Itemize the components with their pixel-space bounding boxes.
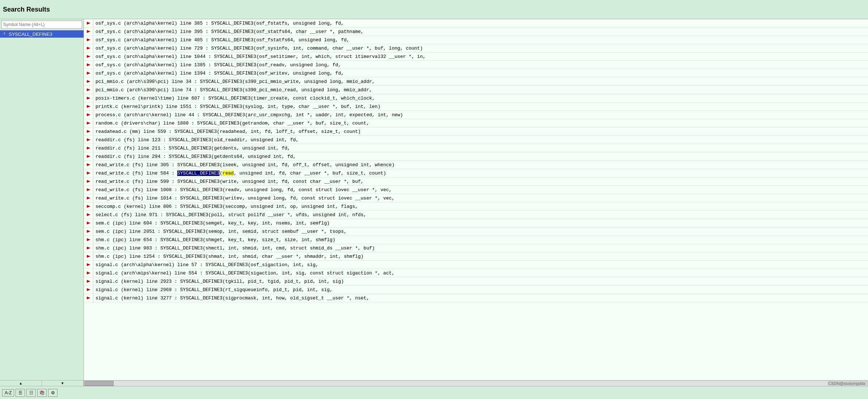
table-row[interactable]: signal.c (kernel) line 2923 : SYSCALL_DE… [84, 277, 868, 286]
result-text: pci_mmio.c (arch\s390\pci) line 34 : SYS… [93, 79, 377, 85]
result-arrow-icon [84, 45, 93, 52]
table-row[interactable]: read_write.c (fs) line 1008 : SYSCALL_DE… [84, 186, 868, 194]
svg-marker-26 [87, 238, 90, 241]
result-arrow-icon [84, 178, 93, 185]
svg-marker-4 [87, 55, 90, 58]
symbol-icon: ? [1, 31, 7, 37]
table-row[interactable]: readahead.c (mm) line 559 : SYSCALL_DEFI… [84, 127, 868, 136]
search-input-container [0, 19, 84, 30]
table-row[interactable]: read_write.c (fs) line 599 : SYSCALL_DEF… [84, 177, 868, 186]
svg-marker-27 [87, 247, 90, 249]
result-arrow-icon [84, 86, 93, 93]
svg-marker-17 [87, 163, 90, 166]
result-text: shm.c (ipc) line 654 : SYSCALL_DEFINE3(s… [93, 237, 337, 243]
result-text: posix-timers.c (kernel\time) line 607 : … [93, 95, 377, 101]
sidebar-results-list: ? SYSCALL_DEFINE3 [0, 30, 84, 380]
table-row[interactable]: read_write.c (fs) line 1014 : SYSCALL_DE… [84, 194, 868, 202]
table-row[interactable]: osf_sys.c (arch\alpha\kernel) line 729 :… [84, 44, 868, 52]
scroll-up-button[interactable]: ▲ [0, 381, 42, 386]
table-row[interactable]: signal.c (kernel) line 2969 : SYSCALL_DE… [84, 286, 868, 294]
az-sort-button[interactable]: A-Z [2, 389, 14, 396]
table-row[interactable]: printk.c (kernel\printk) line 1551 : SYS… [84, 102, 868, 111]
search-results-header: Search Results [0, 0, 868, 19]
result-text: sem.c (ipc) line 604 : SYSCALL_DEFINE3(s… [93, 220, 332, 226]
svg-marker-29 [87, 263, 90, 266]
svg-marker-13 [87, 130, 90, 133]
table-row[interactable]: signal.c (arch\alpha\kernel) line 57 : S… [84, 261, 868, 269]
book-icon: 📚 [39, 390, 45, 395]
svg-marker-31 [87, 280, 90, 283]
horizontal-scrollbar[interactable]: CSDN@studyingdda [84, 380, 868, 386]
result-text: readahead.c (mm) line 559 : SYSCALL_DEFI… [93, 129, 363, 135]
table-row[interactable]: select.c (fs) line 971 : SYSCALL_DEFINE3… [84, 211, 868, 219]
table-row[interactable]: sem.c (ipc) line 2051 : SYSCALL_DEFINE3(… [84, 227, 868, 236]
table-row[interactable]: random.c (drivers\char) line 1880 : SYSC… [84, 119, 868, 127]
svg-marker-21 [87, 197, 90, 200]
table-row[interactable]: sem.c (ipc) line 604 : SYSCALL_DEFINE3(s… [84, 219, 868, 227]
table-row[interactable]: shm.c (ipc) line 983 : SYSCALL_DEFINE3(s… [84, 244, 868, 252]
table-row[interactable]: osf_sys.c (arch\alpha\kernel) line 1394 … [84, 69, 868, 77]
svg-marker-5 [87, 63, 90, 66]
table-row[interactable]: readdir.c (fs) line 123 : SYSCALL_DEFINE… [84, 136, 868, 144]
result-text: osf_sys.c (arch\alpha\kernel) line 1385 … [93, 62, 343, 68]
table-row[interactable]: seccomp.c (kernel) line 806 : SYSCALL_DE… [84, 202, 868, 211]
table-row[interactable]: osf_sys.c (arch\alpha\kernel) line 405 :… [84, 36, 868, 44]
toolbar-icon-btn-1[interactable]: ☰ [16, 389, 25, 397]
result-arrow-icon [84, 253, 93, 260]
table-row[interactable]: osf_sys.c (arch\alpha\kernel) line 1385 … [84, 61, 868, 69]
result-arrow-icon [84, 244, 93, 252]
table-row[interactable]: read_write.c (fs) line 584 : SYSCALL_DEF… [84, 169, 868, 177]
result-text: shm.c (ipc) line 1254 : SYSCALL_DEFINE3(… [93, 253, 366, 260]
sidebar: ? SYSCALL_DEFINE3 ▲ ▼ [0, 19, 84, 386]
svg-marker-3 [87, 47, 90, 50]
sidebar-item-syscall-define3[interactable]: ? SYSCALL_DEFINE3 [0, 30, 84, 38]
table-row[interactable]: osf_sys.c (arch\alpha\kernel) line 385 :… [84, 19, 868, 28]
result-arrow-icon [84, 194, 93, 202]
result-text: read_write.c (fs) line 1014 : SYSCALL_DE… [93, 195, 397, 201]
result-arrow-icon [84, 136, 93, 143]
result-text: read_write.c (fs) line 305 : SYSCALL_DEF… [93, 162, 397, 168]
svg-marker-28 [87, 255, 90, 258]
table-row[interactable]: posix-timers.c (kernel\time) line 607 : … [84, 94, 868, 102]
svg-marker-22 [87, 205, 90, 208]
table-row[interactable]: osf_sys.c (arch\alpha\kernel) line 1044 … [84, 52, 868, 61]
search-input[interactable] [1, 21, 82, 29]
svg-marker-32 [87, 288, 90, 291]
svg-marker-18 [87, 172, 90, 175]
result-arrow-icon [84, 78, 93, 85]
result-arrow-icon [84, 70, 93, 77]
table-row[interactable]: readdir.c (fs) line 294 : SYSCALL_DEFINE… [84, 152, 868, 161]
table-row[interactable]: signal.c (arch\mips\kernel) line 554 : S… [84, 269, 868, 277]
svg-marker-11 [87, 113, 90, 116]
table-row[interactable]: shm.c (ipc) line 654 : SYSCALL_DEFINE3(s… [84, 236, 868, 244]
result-arrow-icon [84, 119, 93, 127]
watermark: CSDN@studyingdda [828, 381, 868, 386]
table-row[interactable]: osf_sys.c (arch\alpha\kernel) line 395 :… [84, 28, 868, 36]
toolbar-icon-btn-3[interactable]: 📚 [37, 389, 47, 397]
table-row[interactable]: pci_mmio.c (arch\s390\pci) line 74 : SYS… [84, 86, 868, 94]
scrollbar-track[interactable] [85, 381, 827, 386]
table-row[interactable]: shm.c (ipc) line 1254 : SYSCALL_DEFINE3(… [84, 252, 868, 261]
scroll-down-button[interactable]: ▼ [42, 381, 84, 386]
toolbar-icon-btn-2[interactable]: ☷ [26, 389, 36, 397]
result-text: osf_sys.c (arch\alpha\kernel) line 729 :… [93, 45, 425, 51]
result-text: read_write.c (fs) line 599 : SYSCALL_DEF… [93, 178, 366, 185]
result-arrow-icon [84, 286, 93, 293]
table-row[interactable]: read_write.c (fs) line 305 : SYSCALL_DEF… [84, 161, 868, 169]
result-text: seccomp.c (kernel) line 806 : SYSCALL_DE… [93, 203, 360, 210]
table-row[interactable]: signal.c (kernel) line 3277 : SYSCALL_DE… [84, 294, 868, 302]
result-text: signal.c (kernel) line 2923 : SYSCALL_DE… [93, 278, 346, 285]
result-arrow-icon [84, 211, 93, 218]
toolbar-settings-button[interactable]: ⚙ [48, 389, 58, 397]
result-text: shm.c (ipc) line 983 : SYSCALL_DEFINE3(s… [93, 245, 377, 251]
scrollbar-thumb[interactable] [85, 381, 114, 386]
result-arrow-icon [84, 269, 93, 277]
table-row[interactable]: readdir.c (fs) line 211 : SYSCALL_DEFINE… [84, 144, 868, 152]
svg-marker-12 [87, 122, 90, 125]
result-arrow-icon [84, 103, 93, 110]
result-text: printk.c (kernel\printk) line 1551 : SYS… [93, 104, 383, 110]
result-arrow-icon [84, 228, 93, 235]
table-row[interactable]: pci_mmio.c (arch\s390\pci) line 34 : SYS… [84, 77, 868, 86]
result-arrow-icon [84, 294, 93, 302]
table-row[interactable]: process.c (arch\arc\kernel) line 44 : SY… [84, 111, 868, 119]
